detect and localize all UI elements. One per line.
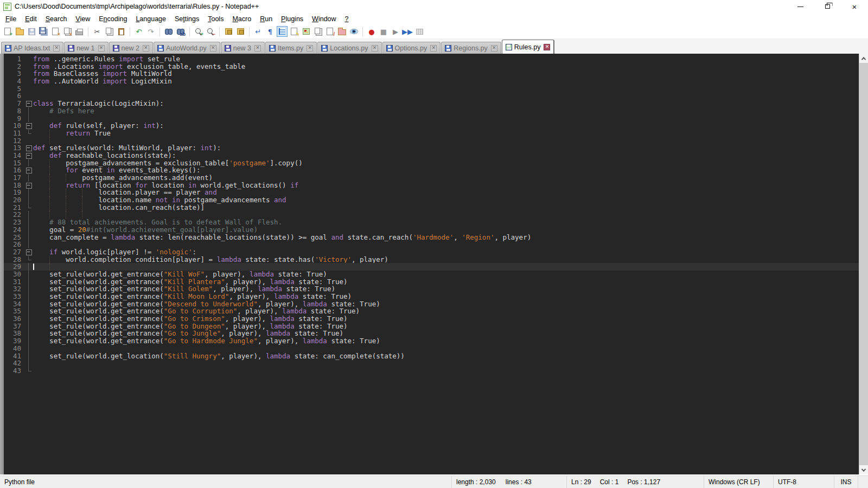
- code-line[interactable]: 13def set_rules(world: MultiWorld, playe…: [4, 144, 859, 152]
- tab-close-icon[interactable]: ✕: [430, 45, 437, 52]
- scrollbar-up-arrow-icon[interactable]: [859, 54, 868, 63]
- function-list-icon[interactable]: ϟ: [289, 26, 299, 37]
- tab-new-1[interactable]: new 1✕: [64, 42, 108, 54]
- tab-autoworld.py[interactable]: AutoWorld.py✕: [154, 42, 220, 54]
- menu-?[interactable]: ?: [341, 14, 353, 24]
- sync-vertical-icon[interactable]: [223, 26, 234, 37]
- find-icon[interactable]: [163, 26, 174, 37]
- code-line[interactable]: 5: [4, 85, 859, 93]
- close-file-icon[interactable]: ×: [50, 26, 61, 37]
- save-all-icon[interactable]: [38, 26, 49, 37]
- code-line[interactable]: 29: [4, 263, 859, 271]
- tab-close-icon[interactable]: ✕: [53, 45, 60, 52]
- sync-horizontal-icon[interactable]: [235, 26, 246, 37]
- print-icon[interactable]: [74, 26, 85, 37]
- project-folder-icon[interactable]: [336, 26, 347, 37]
- menu-tools[interactable]: Tools: [203, 14, 228, 24]
- fold-collapse-icon[interactable]: [24, 122, 33, 130]
- word-wrap-icon[interactable]: ↵: [253, 26, 264, 37]
- new-file-icon[interactable]: +: [2, 26, 13, 37]
- code-line[interactable]: 31 set_rule(world.get_entrance("Kill Pla…: [4, 278, 859, 286]
- tab-close-icon[interactable]: ✕: [98, 45, 105, 52]
- code-line[interactable]: 12: [4, 137, 859, 145]
- menu-encoding[interactable]: Encoding: [94, 14, 131, 24]
- menu-settings[interactable]: Settings: [170, 14, 203, 24]
- tab-close-icon[interactable]: ✕: [254, 45, 261, 52]
- indent-guide-icon[interactable]: [277, 26, 288, 37]
- code-line[interactable]: 28 world.completion_condition[player] = …: [4, 256, 859, 264]
- code-line[interactable]: 32 set_rule(world.get_entrance("Kill Gol…: [4, 285, 859, 293]
- document-switcher-icon[interactable]: [312, 26, 323, 37]
- status-eol[interactable]: Windows (CR LF): [704, 476, 774, 488]
- code-line[interactable]: 16 for event in events_table.keys():: [4, 166, 859, 174]
- menu-view[interactable]: View: [71, 14, 94, 24]
- code-line[interactable]: 26: [4, 241, 859, 248]
- tab-new-3[interactable]: new 3✕: [221, 42, 265, 54]
- menu-macro[interactable]: Macro: [228, 14, 256, 24]
- menu-search[interactable]: Search: [41, 14, 72, 24]
- code-line[interactable]: 42: [4, 359, 859, 367]
- redo-icon[interactable]: ↷: [145, 26, 156, 37]
- code-line[interactable]: 25 can_complete = lambda state: len(reac…: [4, 234, 859, 241]
- close-button[interactable]: ×: [841, 0, 868, 13]
- macro-save-icon[interactable]: [414, 26, 425, 37]
- code-line[interactable]: 9: [4, 115, 859, 123]
- tab-close-icon[interactable]: ✕: [372, 45, 378, 52]
- code-line[interactable]: 40: [4, 345, 859, 352]
- status-encoding[interactable]: UTF-8: [774, 476, 834, 488]
- fold-collapse-icon[interactable]: [24, 166, 33, 174]
- zoom-out-icon[interactable]: −: [205, 26, 216, 37]
- code-line[interactable]: 14 def reachable_locations(state):: [4, 152, 859, 159]
- menu-file[interactable]: File: [1, 14, 21, 24]
- tab-locations.py[interactable]: Locations.py✕: [317, 42, 381, 54]
- close-all-icon[interactable]: ×: [62, 26, 73, 37]
- status-insert-mode[interactable]: INS: [834, 476, 858, 488]
- tab-rules.py[interactable]: Rules.py✕: [502, 40, 555, 54]
- code-line[interactable]: 19 location.player == player and: [4, 189, 859, 196]
- code-line[interactable]: 24 goal = 20#int(world.achievement_goal[…: [4, 226, 859, 234]
- code-line[interactable]: 21 location.can_reach(state)]: [4, 204, 859, 211]
- tab-close-icon[interactable]: ✕: [210, 45, 216, 52]
- macro-run-multiple-icon[interactable]: ▶▶: [402, 26, 413, 37]
- menu-edit[interactable]: Edit: [21, 14, 41, 24]
- code-line[interactable]: 23 # 88 total achievements. Goal is to d…: [4, 219, 859, 226]
- tab-ap-ideas.txt[interactable]: AP Ideas.txt✕: [1, 42, 63, 54]
- vertical-scrollbar[interactable]: [859, 54, 868, 474]
- tab-new-2[interactable]: new 2✕: [109, 42, 153, 54]
- code-line[interactable]: 43: [4, 367, 859, 375]
- code-pane[interactable]: 1from ..generic.Rules import set_rule2fr…: [4, 54, 859, 474]
- edit-page-icon[interactable]: /: [324, 26, 335, 37]
- code-line[interactable]: 4from ..AutoWorld import LogicMixin: [4, 78, 859, 85]
- document-map-icon[interactable]: [301, 26, 311, 37]
- code-line[interactable]: 8 # Defs here: [4, 107, 859, 115]
- undo-icon[interactable]: ↶: [133, 26, 144, 37]
- code-line[interactable]: 10 def rule(self, player: int):: [4, 122, 859, 130]
- scrollbar-down-arrow-icon[interactable]: [859, 465, 868, 474]
- restore-button[interactable]: [814, 0, 841, 13]
- code-line[interactable]: 3from BaseClasses import MultiWorld: [4, 70, 859, 78]
- tab-close-icon[interactable]: ✕: [307, 45, 313, 52]
- menu-window[interactable]: Window: [308, 14, 340, 24]
- code-line[interactable]: 33 set_rule(world.get_entrance("Kill Moo…: [4, 293, 859, 300]
- code-line[interactable]: 34 set_rule(world.get_entrance("Descend …: [4, 300, 859, 308]
- code-line[interactable]: 22: [4, 211, 859, 219]
- code-line[interactable]: 11 return True: [4, 130, 859, 137]
- code-line[interactable]: 17 postgame_advancements.add(event): [4, 174, 859, 182]
- fold-collapse-icon[interactable]: [24, 144, 33, 152]
- fold-collapse-icon[interactable]: [24, 182, 33, 189]
- macro-stop-icon[interactable]: ■: [378, 26, 389, 37]
- fold-collapse-icon[interactable]: [24, 152, 33, 159]
- fold-collapse-icon[interactable]: [24, 100, 33, 107]
- tab-close-icon[interactable]: ✕: [544, 44, 550, 50]
- paste-icon[interactable]: [116, 26, 126, 37]
- tab-options.py[interactable]: Options.py✕: [382, 42, 441, 54]
- minimize-button[interactable]: [787, 0, 814, 13]
- macro-play-icon[interactable]: ▶: [390, 26, 401, 37]
- code-line[interactable]: 2from .Locations import exclusion_table,…: [4, 63, 859, 70]
- copy-icon[interactable]: [104, 26, 114, 37]
- tab-close-icon[interactable]: ✕: [491, 45, 497, 52]
- code-line[interactable]: 20 location.name not in postgame_advance…: [4, 196, 859, 204]
- code-line[interactable]: 6: [4, 92, 859, 100]
- code-line[interactable]: 36 set_rule(world.get_entrance("Go to Cr…: [4, 315, 859, 323]
- menu-plugins[interactable]: Plugins: [277, 14, 308, 24]
